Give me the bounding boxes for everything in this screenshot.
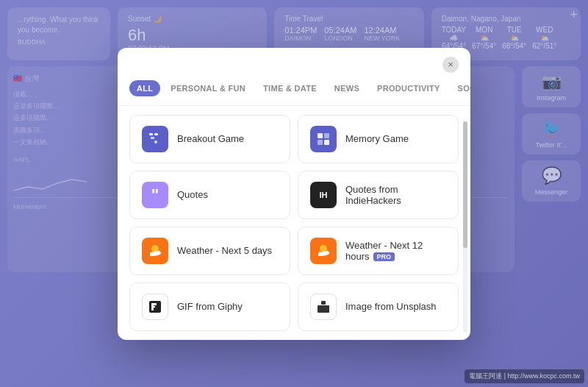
widget-card-quotes[interactable]: " Quotes <box>129 171 290 219</box>
add-widget-modal: × ALL PERSONAL & FUN TIME & DATE NEWS PR… <box>118 48 470 340</box>
indiehackers-label: Quotes from IndieHackers <box>345 184 446 206</box>
modal-overlay: × ALL PERSONAL & FUN TIME & DATE NEWS PR… <box>0 0 588 387</box>
svg-rect-6 <box>318 140 323 145</box>
widget-card-giphy[interactable]: GIF from Giphy <box>129 283 290 331</box>
quotes-label: Quotes <box>177 189 208 200</box>
svg-rect-0 <box>149 133 153 135</box>
widget-card-weather5[interactable]: Weather - Next 5 days <box>129 227 290 275</box>
scroll-track[interactable] <box>463 121 467 333</box>
widget-card-memory[interactable]: Memory Game <box>298 115 459 163</box>
scroll-thumb <box>463 121 467 248</box>
filter-tab-productivity[interactable]: PRODUCTIVITY <box>370 80 448 96</box>
breakout-label: Breakout Game <box>177 133 244 144</box>
svg-rect-5 <box>324 133 329 138</box>
modal-close-button[interactable]: × <box>442 57 459 73</box>
weather12-icon <box>310 238 337 264</box>
svg-rect-12 <box>151 303 157 305</box>
quotes-icon: " <box>142 182 168 208</box>
modal-header: × <box>118 48 470 73</box>
memory-icon <box>310 126 337 152</box>
weather5-icon <box>142 238 168 264</box>
unsplash-icon <box>310 294 337 320</box>
svg-rect-1 <box>154 133 158 135</box>
widget-card-breakout[interactable]: Breakout Game <box>129 115 290 163</box>
weather12-label: Weather - Next 12 hoursPRO <box>345 240 446 262</box>
filter-tab-social[interactable]: SOCIAL <box>451 80 470 96</box>
filter-tab-personal[interactable]: PERSONAL & FUN <box>163 80 253 96</box>
giphy-label: GIF from Giphy <box>177 301 243 312</box>
indiehackers-icon: IH <box>310 182 337 208</box>
filter-tab-time[interactable]: TIME & DATE <box>256 80 324 96</box>
filter-tab-news[interactable]: NEWS <box>327 80 367 96</box>
breakout-icon <box>142 126 168 152</box>
unsplash-label: Image from Unsplash <box>345 301 437 312</box>
widget-card-unsplash[interactable]: Image from Unsplash <box>298 283 459 331</box>
giphy-icon <box>142 294 168 320</box>
filter-bar: ALL PERSONAL & FUN TIME & DATE NEWS PROD… <box>118 73 470 106</box>
svg-rect-15 <box>321 301 326 305</box>
svg-point-3 <box>154 141 157 143</box>
pro-badge: PRO <box>373 252 395 261</box>
memory-label: Memory Game <box>345 133 409 144</box>
svg-rect-13 <box>151 306 155 308</box>
svg-rect-7 <box>324 140 329 145</box>
svg-rect-14 <box>318 305 329 313</box>
widget-grid: Breakout Game Memory Game " Quotes IH <box>118 106 470 340</box>
filter-tab-all[interactable]: ALL <box>129 80 160 96</box>
svg-rect-2 <box>151 137 154 139</box>
svg-rect-4 <box>318 133 323 138</box>
widget-card-indiehackers[interactable]: IH Quotes from IndieHackers <box>298 171 459 219</box>
weather5-label: Weather - Next 5 days <box>177 245 272 256</box>
widget-card-weather12[interactable]: Weather - Next 12 hoursPRO <box>298 227 459 275</box>
